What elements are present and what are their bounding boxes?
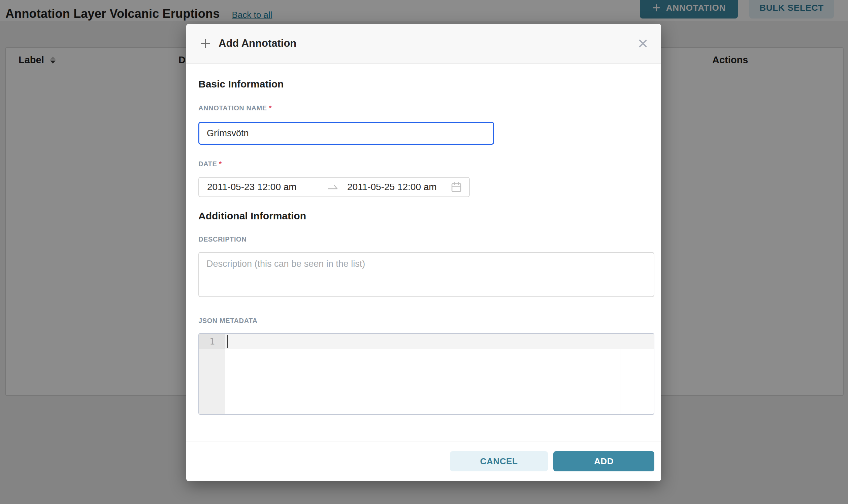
section-basic-information: Basic Information (198, 78, 283, 90)
date-label: DATE* (198, 160, 222, 168)
modal-body: Basic Information ANNOTATION NAME* DATE*… (186, 64, 661, 441)
section-additional-information: Additional Information (198, 210, 306, 222)
plus-icon (200, 38, 211, 49)
date-range-picker[interactable]: 2011-05-23 12:00 am 2011-05-25 12:00 am (198, 177, 470, 197)
annotation-name-label: ANNOTATION NAME* (198, 104, 272, 112)
modal-footer: CANCEL ADD (186, 441, 661, 481)
close-icon (638, 38, 648, 49)
required-asterisk: * (219, 160, 222, 167)
json-metadata-label: JSON METADATA (198, 317, 258, 325)
add-button[interactable]: ADD (553, 451, 654, 471)
arrow-right-icon (327, 183, 339, 192)
editor-print-margin (620, 334, 620, 414)
editor-line-number: 1 (199, 334, 225, 349)
modal-header: Add Annotation (186, 24, 661, 64)
add-annotation-modal: Add Annotation Basic Information ANNOTAT… (186, 24, 661, 481)
required-asterisk: * (269, 104, 272, 112)
modal-title: Add Annotation (219, 37, 296, 50)
editor-active-line (225, 334, 654, 349)
json-metadata-label-text: JSON METADATA (198, 317, 258, 324)
editor-text-cursor (227, 335, 228, 348)
cancel-button[interactable]: CANCEL (450, 451, 548, 471)
app-root: Annotation Layer Volcanic Eruptions Back… (0, 0, 848, 504)
json-metadata-editor[interactable]: 1 (198, 333, 654, 415)
description-textarea[interactable] (198, 252, 654, 297)
date-label-text: DATE (198, 160, 217, 167)
editor-gutter: 1 (199, 334, 225, 414)
annotation-name-label-text: ANNOTATION NAME (198, 104, 267, 112)
description-label: DESCRIPTION (198, 235, 246, 243)
annotation-name-input[interactable] (198, 122, 494, 145)
date-start-value[interactable]: 2011-05-23 12:00 am (207, 182, 327, 193)
close-button[interactable] (638, 38, 648, 49)
editor-content[interactable] (225, 334, 654, 414)
calendar-icon[interactable] (450, 181, 462, 193)
description-label-text: DESCRIPTION (198, 235, 246, 243)
date-end-value[interactable]: 2011-05-25 12:00 am (347, 182, 437, 193)
